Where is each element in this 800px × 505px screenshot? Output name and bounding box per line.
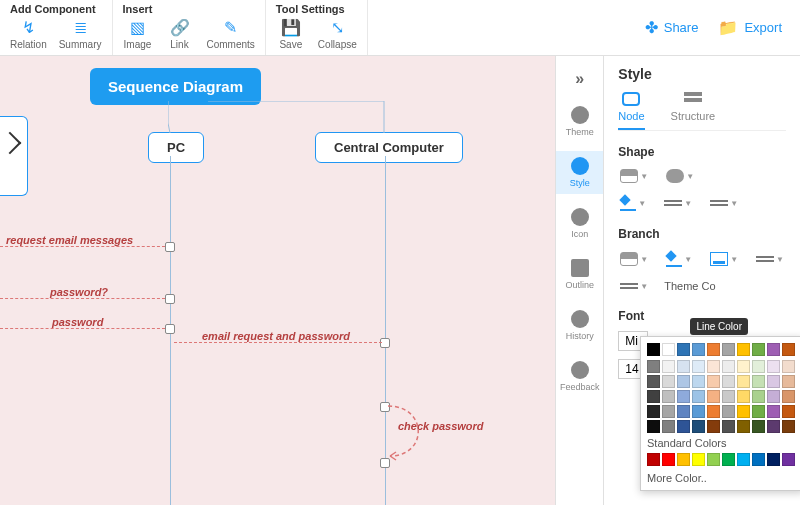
color-swatch[interactable] bbox=[707, 420, 720, 433]
color-swatch[interactable] bbox=[707, 375, 720, 388]
diagram-canvas[interactable]: Sequence Diagram PC Central Computer req… bbox=[0, 56, 555, 505]
branch-pen-dropdown[interactable]: ▼ bbox=[664, 249, 694, 269]
color-swatch[interactable] bbox=[722, 405, 735, 418]
export-button[interactable]: 📁 Export bbox=[718, 18, 782, 37]
color-swatch[interactable] bbox=[692, 405, 705, 418]
rail-history[interactable]: History bbox=[556, 304, 603, 347]
color-swatch[interactable] bbox=[647, 360, 660, 373]
color-swatch[interactable] bbox=[782, 375, 795, 388]
color-swatch[interactable] bbox=[722, 375, 735, 388]
shape-fill-dropdown[interactable]: ▼ bbox=[618, 167, 650, 185]
color-swatch[interactable] bbox=[767, 405, 780, 418]
tab-node[interactable]: Node bbox=[618, 92, 644, 130]
color-swatch[interactable] bbox=[662, 375, 675, 388]
rail-outline[interactable]: Outline bbox=[556, 253, 603, 296]
color-swatch[interactable] bbox=[737, 360, 750, 373]
color-swatch[interactable] bbox=[677, 453, 690, 466]
color-swatch[interactable] bbox=[767, 420, 780, 433]
color-swatch[interactable] bbox=[782, 390, 795, 403]
color-swatch[interactable] bbox=[662, 343, 675, 356]
color-swatch[interactable] bbox=[722, 360, 735, 373]
color-swatch[interactable] bbox=[722, 420, 735, 433]
rail-theme[interactable]: Theme bbox=[556, 100, 603, 143]
color-swatch[interactable] bbox=[647, 405, 660, 418]
color-swatch[interactable] bbox=[722, 390, 735, 403]
msg-password[interactable]: password bbox=[52, 316, 103, 328]
color-swatch[interactable] bbox=[692, 453, 705, 466]
color-swatch[interactable] bbox=[647, 420, 660, 433]
color-swatch[interactable] bbox=[752, 405, 765, 418]
color-swatch[interactable] bbox=[662, 360, 675, 373]
color-swatch[interactable] bbox=[782, 343, 795, 356]
color-swatch[interactable] bbox=[677, 375, 690, 388]
color-swatch[interactable] bbox=[707, 343, 720, 356]
color-swatch[interactable] bbox=[692, 375, 705, 388]
color-swatch[interactable] bbox=[782, 420, 795, 433]
color-swatch[interactable] bbox=[647, 375, 660, 388]
msg-request-email[interactable]: request email messages bbox=[6, 234, 133, 246]
color-swatch[interactable] bbox=[737, 453, 750, 466]
color-swatch[interactable] bbox=[677, 405, 690, 418]
color-swatch[interactable] bbox=[677, 343, 690, 356]
diagram-title[interactable]: Sequence Diagram bbox=[90, 68, 261, 105]
color-swatch[interactable] bbox=[737, 390, 750, 403]
shape-border-width-dropdown[interactable]: ▼ bbox=[662, 194, 694, 212]
color-swatch[interactable] bbox=[752, 420, 765, 433]
relation-button[interactable]: ↯ Relation bbox=[10, 17, 47, 50]
color-swatch[interactable] bbox=[752, 453, 765, 466]
color-swatch[interactable] bbox=[647, 390, 660, 403]
color-swatch[interactable] bbox=[782, 405, 795, 418]
branch-fill-dropdown[interactable]: ▼ bbox=[618, 250, 650, 268]
color-swatch[interactable] bbox=[737, 420, 750, 433]
color-swatch[interactable] bbox=[782, 453, 795, 466]
color-swatch[interactable] bbox=[692, 360, 705, 373]
color-swatch[interactable] bbox=[647, 453, 660, 466]
shape-border-color-dropdown[interactable]: ▼ bbox=[618, 193, 648, 213]
link-button[interactable]: 🔗 Link bbox=[165, 17, 195, 50]
rail-style[interactable]: Style bbox=[556, 151, 603, 194]
color-swatch[interactable] bbox=[752, 360, 765, 373]
color-swatch[interactable] bbox=[647, 343, 660, 356]
color-swatch[interactable] bbox=[737, 405, 750, 418]
collapse-button[interactable]: ⤡ Collapse bbox=[318, 17, 357, 50]
image-button[interactable]: ▧ Image bbox=[123, 17, 153, 50]
color-swatch[interactable] bbox=[767, 453, 780, 466]
color-swatch[interactable] bbox=[707, 453, 720, 466]
color-swatch[interactable] bbox=[662, 405, 675, 418]
comments-button[interactable]: ✎ Comments bbox=[207, 17, 255, 50]
color-swatch[interactable] bbox=[662, 453, 675, 466]
color-swatch[interactable] bbox=[677, 390, 690, 403]
color-swatch[interactable] bbox=[752, 375, 765, 388]
msg-email-req[interactable]: email request and password bbox=[202, 330, 350, 342]
color-swatch[interactable] bbox=[692, 420, 705, 433]
color-swatch[interactable] bbox=[737, 375, 750, 388]
branch-lines-dropdown[interactable]: ▼ bbox=[754, 250, 786, 268]
color-swatch[interactable] bbox=[677, 360, 690, 373]
collapse-panel-button[interactable]: » bbox=[571, 66, 588, 92]
rail-icon[interactable]: Icon bbox=[556, 202, 603, 245]
summary-button[interactable]: ≣ Summary bbox=[59, 17, 102, 50]
color-swatch[interactable] bbox=[692, 390, 705, 403]
branch-linecolor-dropdown[interactable]: ▼ bbox=[708, 250, 740, 268]
msg-password-q[interactable]: password? bbox=[50, 286, 108, 298]
shape-pill-dropdown[interactable]: ▼ bbox=[664, 167, 696, 185]
color-swatch[interactable] bbox=[677, 420, 690, 433]
tab-structure[interactable]: Structure bbox=[671, 92, 716, 130]
color-swatch[interactable] bbox=[737, 343, 750, 356]
save-button[interactable]: 💾 Save bbox=[276, 17, 306, 50]
color-swatch[interactable] bbox=[722, 343, 735, 356]
color-swatch[interactable] bbox=[692, 343, 705, 356]
color-swatch[interactable] bbox=[782, 360, 795, 373]
color-swatch[interactable] bbox=[722, 453, 735, 466]
color-swatch[interactable] bbox=[707, 390, 720, 403]
color-swatch[interactable] bbox=[767, 390, 780, 403]
rail-feedback[interactable]: Feedback bbox=[556, 355, 603, 398]
color-swatch[interactable] bbox=[662, 420, 675, 433]
color-swatch[interactable] bbox=[767, 343, 780, 356]
color-swatch[interactable] bbox=[707, 405, 720, 418]
color-swatch[interactable] bbox=[662, 390, 675, 403]
color-swatch[interactable] bbox=[767, 360, 780, 373]
color-swatch[interactable] bbox=[767, 375, 780, 388]
shape-border-style-dropdown[interactable]: ▼ bbox=[708, 194, 740, 212]
color-swatch[interactable] bbox=[752, 390, 765, 403]
